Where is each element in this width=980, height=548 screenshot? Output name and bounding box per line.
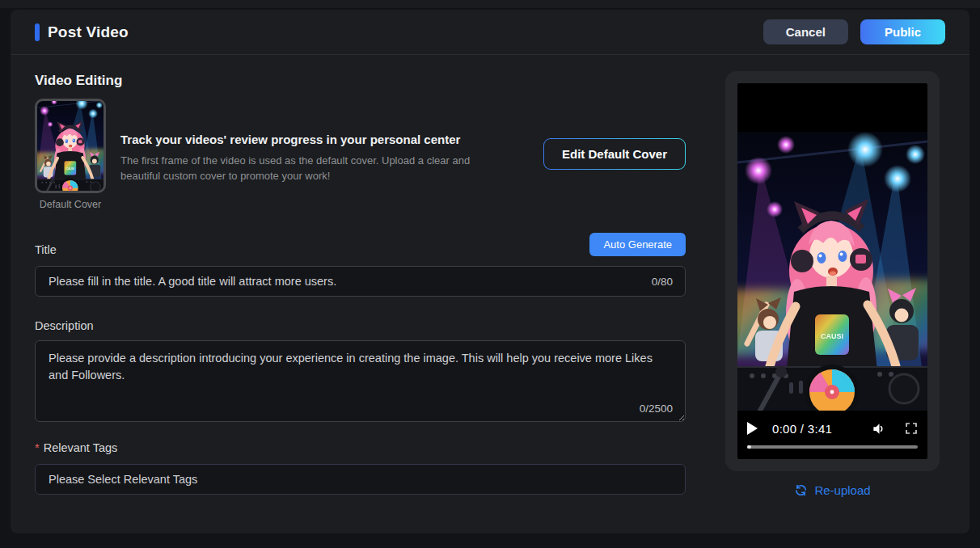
- description-label: Description: [35, 319, 94, 332]
- tags-label: Relevant Tags: [44, 441, 118, 454]
- post-video-panel: Post Video Cancel Public Video Editing D…: [11, 10, 969, 533]
- default-cover: Default Cover: [35, 99, 106, 210]
- edit-default-cover-label: Edit Default Cover: [544, 139, 685, 169]
- tags-input[interactable]: [36, 473, 685, 486]
- description-char-counter: 0/2500: [640, 403, 673, 415]
- video-progress-bar[interactable]: [747, 445, 918, 449]
- description-textarea-wrap: 0/2500: [35, 340, 686, 422]
- cover-tip-title: Track your videos' review progress in yo…: [120, 133, 509, 146]
- preview-column: 0:00 / 3:41: [725, 71, 940, 497]
- play-button-icon[interactable]: [747, 422, 758, 435]
- default-cover-label: Default Cover: [35, 199, 106, 210]
- auto-generate-button[interactable]: Auto Generate: [589, 233, 686, 256]
- video-controls: 0:00 / 3:41: [737, 419, 927, 438]
- cancel-button[interactable]: Cancel: [763, 19, 848, 44]
- reupload-label: Re-upload: [814, 483, 870, 497]
- form-column: Video Editing Default Cover Track your v…: [35, 71, 686, 497]
- refresh-icon: [794, 483, 808, 497]
- cover-row: Default Cover Track your videos' review …: [35, 99, 686, 210]
- video-playhead: [747, 445, 751, 449]
- public-button[interactable]: Public: [860, 19, 945, 44]
- cover-artwork: [37, 101, 103, 191]
- header-actions: Cancel Public: [763, 19, 945, 44]
- section-title: Video Editing: [35, 73, 686, 89]
- title-accent-bar: [35, 23, 40, 41]
- panel-header: Post Video Cancel Public: [11, 10, 969, 55]
- title-input[interactable]: [36, 275, 652, 288]
- title-char-counter: 0/80: [652, 276, 685, 288]
- edit-default-cover-button[interactable]: Edit Default Cover: [543, 138, 686, 170]
- video-time: 0:00 / 3:41: [772, 422, 832, 436]
- reupload-link[interactable]: Re-upload: [725, 483, 940, 497]
- title-input-wrap: 0/80: [35, 266, 686, 297]
- volume-icon[interactable]: [872, 421, 887, 436]
- cover-info: Track your videos' review progress in yo…: [120, 99, 509, 184]
- title-label: Title: [35, 243, 57, 256]
- video-player[interactable]: 0:00 / 3:41: [737, 83, 927, 459]
- panel-content: Video Editing Default Cover Track your v…: [11, 55, 969, 497]
- video-player-card: 0:00 / 3:41: [725, 71, 940, 471]
- required-asterisk: *: [35, 441, 40, 454]
- title-field-row: Title Auto Generate: [35, 233, 686, 256]
- page-title: Post Video: [48, 23, 129, 41]
- description-textarea[interactable]: [36, 341, 685, 421]
- tags-field-row: * Relevant Tags: [35, 441, 686, 454]
- cover-tip-body: The first frame of the video is used as …: [120, 154, 509, 184]
- fullscreen-icon[interactable]: [905, 422, 918, 435]
- default-cover-thumbnail: [35, 99, 106, 193]
- tags-input-wrap: [35, 464, 686, 495]
- video-controls-right: [872, 421, 918, 436]
- description-field-row: Description: [35, 319, 686, 332]
- video-frame-artwork: [737, 132, 927, 411]
- top-strip: [0, 0, 980, 8]
